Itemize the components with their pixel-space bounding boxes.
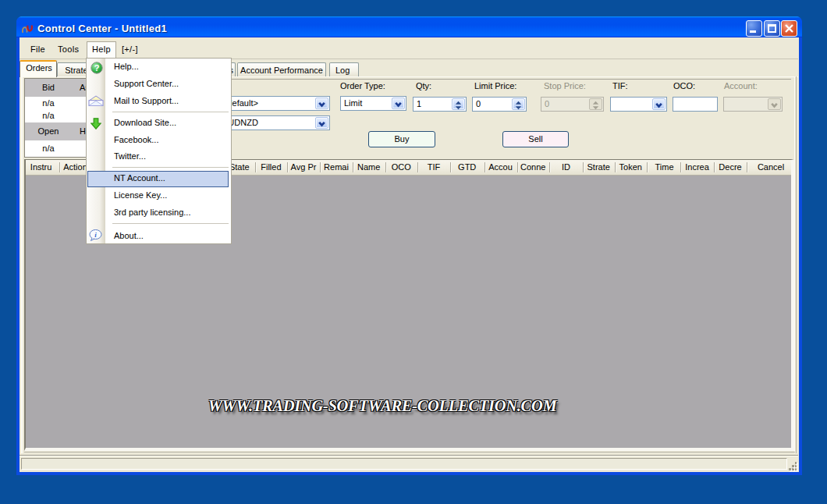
svg-text:?: ? — [94, 63, 100, 73]
